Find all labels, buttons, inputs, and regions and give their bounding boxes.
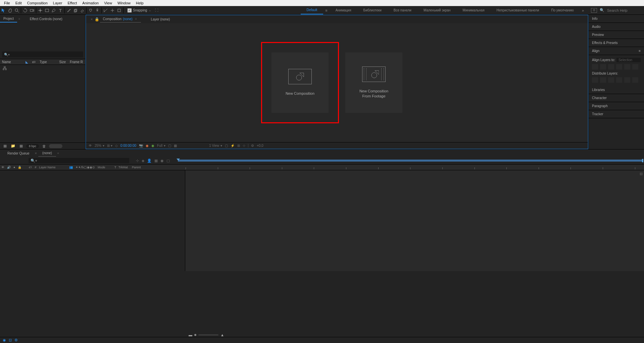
search-help-input[interactable]: [607, 8, 641, 12]
search-pill[interactable]: [49, 144, 62, 148]
trkmat-col[interactable]: TrkMat: [117, 166, 131, 169]
distribute-left-icon[interactable]: [616, 77, 622, 83]
new-composition-from-footage-button[interactable]: New Composition From Footage: [345, 52, 402, 113]
current-time-display[interactable]: 0:00:00:00: [120, 144, 136, 147]
snapshot-icon[interactable]: 📷: [139, 144, 143, 147]
timeline-none-tab[interactable]: (none): [38, 150, 56, 157]
zoom-slider-track[interactable]: [198, 334, 218, 336]
lock-col-icon[interactable]: 🔒: [16, 166, 23, 169]
lock-tab-icon[interactable]: 🔒: [95, 17, 99, 22]
delete-icon[interactable]: 🗑: [41, 143, 47, 149]
transparency-grid-icon[interactable]: ▦: [174, 144, 177, 147]
project-panel-menu-icon[interactable]: ≡: [17, 17, 21, 20]
menu-effect[interactable]: Effect: [65, 0, 80, 6]
snapping-checkbox[interactable]: ✓ Snapping ⫠ ⛶: [128, 8, 158, 12]
workspace-overflow-icon[interactable]: »: [580, 8, 586, 12]
character-panel-tab[interactable]: Character: [589, 94, 644, 102]
exposure-value[interactable]: +0,0: [257, 144, 263, 147]
align-target-dropdown[interactable]: Selection: [616, 58, 641, 62]
audio-panel-tab[interactable]: Audio: [589, 23, 644, 31]
workspace-all-panels[interactable]: Все панели: [388, 6, 417, 14]
anchor-tool-icon[interactable]: [37, 7, 44, 14]
col-label-icon[interactable]: ◣: [23, 60, 30, 64]
menu-layer[interactable]: Layer: [50, 0, 65, 6]
workspace-default[interactable]: Default: [301, 6, 324, 14]
workspace-animation[interactable]: Анимация: [330, 6, 357, 14]
project-flowchart-icon[interactable]: [0, 65, 85, 72]
view-axis-icon[interactable]: [116, 7, 122, 14]
workspace-undocked[interactable]: Непристыкованные панели: [491, 6, 545, 14]
tracker-panel-tab[interactable]: Tracker: [589, 110, 644, 118]
new-comp-icon[interactable]: ▦: [18, 143, 24, 149]
local-axis-icon[interactable]: [102, 7, 109, 14]
interpret-footage-icon[interactable]: ▦: [2, 143, 8, 149]
parent-col[interactable]: Parent: [131, 166, 147, 169]
fast-preview-icon[interactable]: ⚡: [231, 144, 235, 147]
close-timeline-tab-icon[interactable]: ×: [34, 151, 38, 155]
timeline-collapse-icon[interactable]: ⊟: [640, 172, 643, 176]
workspace-minimal[interactable]: Минимальная: [457, 6, 491, 14]
align-panel-tab[interactable]: Align ≡: [589, 47, 644, 55]
align-top-icon[interactable]: [616, 64, 622, 70]
effects-presets-panel-tab[interactable]: Effects & Presets: [589, 39, 644, 47]
label-col-icon[interactable]: 🏷: [28, 166, 33, 169]
work-area-bar[interactable]: [178, 160, 643, 162]
col-name[interactable]: Name: [0, 60, 23, 64]
menu-animation[interactable]: Animation: [80, 0, 101, 6]
resolution-dropdown[interactable]: Full ▾: [157, 144, 165, 147]
zoom-in-icon[interactable]: ▲: [220, 333, 224, 337]
distribute-hcenter-icon[interactable]: [624, 77, 630, 83]
color-management-icon[interactable]: ◉: [151, 144, 154, 147]
motion-blur-icon[interactable]: ◉: [160, 159, 164, 163]
menu-edit[interactable]: Edit: [13, 0, 24, 6]
exposure-reset-icon[interactable]: ⚙: [248, 144, 254, 147]
align-right-icon[interactable]: [608, 64, 614, 70]
puppet-tool-icon[interactable]: [94, 7, 101, 14]
composition-tab[interactable]: Composition (none) ≡: [100, 16, 141, 23]
new-folder-icon[interactable]: 📁: [10, 143, 16, 149]
menu-file[interactable]: File: [1, 0, 13, 6]
flowchart-icon[interactable]: ⊹: [243, 144, 245, 147]
sync-settings-icon[interactable]: ⊡: [591, 8, 597, 13]
layer-name-col[interactable]: Layer Name: [38, 166, 68, 169]
preview-panel-tab[interactable]: Preview: [589, 31, 644, 39]
solo-col-icon[interactable]: ●: [12, 166, 16, 169]
roi-icon[interactable]: ▢: [168, 144, 171, 147]
paragraph-panel-tab[interactable]: Paragraph: [589, 102, 644, 110]
timeline-search-input[interactable]: 🔍▾: [29, 158, 129, 163]
bpc-toggle[interactable]: 8 bpc: [26, 144, 39, 148]
col-size[interactable]: Size: [54, 60, 68, 64]
switches-col-icon[interactable]: ✦✦⁄fx▢◉◉⊙: [74, 166, 96, 169]
workspace-menu-icon[interactable]: ≡: [323, 8, 329, 12]
selection-tool-icon[interactable]: [0, 7, 7, 14]
layer-tab[interactable]: Layer (none): [148, 16, 173, 23]
align-bottom-icon[interactable]: [632, 64, 638, 70]
menu-window[interactable]: Window: [115, 0, 133, 6]
roto-tool-icon[interactable]: [87, 7, 94, 14]
rectangle-tool-icon[interactable]: [44, 7, 50, 14]
magnification-dropdown[interactable]: 25% ▾: [95, 144, 104, 147]
rotate-tool-icon[interactable]: [22, 7, 29, 14]
align-panel-menu-icon[interactable]: ≡: [639, 49, 641, 53]
mode-col[interactable]: Mode: [96, 166, 113, 169]
t-col[interactable]: T: [113, 166, 117, 169]
new-composition-button[interactable]: New Composition: [271, 52, 329, 113]
hand-tool-icon[interactable]: [7, 7, 13, 14]
zoom-out-icon[interactable]: ▬: [189, 333, 192, 337]
project-search-input[interactable]: 🔍▾: [2, 51, 83, 57]
draft3d-icon[interactable]: ◈: [142, 159, 144, 163]
shy-col-icon[interactable]: 👥: [68, 166, 74, 169]
workspace-default-ru[interactable]: По умолчанию: [545, 6, 580, 14]
distribute-bottom-icon[interactable]: [608, 77, 614, 83]
zoom-slider-handle[interactable]: [194, 334, 196, 336]
comp-mini-flowchart-icon[interactable]: ⊹: [136, 159, 139, 163]
effect-controls-tab[interactable]: Effect Controls (none): [27, 16, 66, 22]
render-queue-tab[interactable]: Render Queue: [3, 150, 34, 157]
distribute-vcenter-icon[interactable]: [600, 77, 606, 83]
work-area-end-handle[interactable]: [642, 159, 643, 162]
graph-editor-icon[interactable]: ▢: [166, 159, 170, 163]
index-col[interactable]: #: [33, 166, 38, 169]
status-render-icon[interactable]: ⚙: [14, 338, 18, 342]
project-tab[interactable]: Project: [0, 15, 17, 23]
snapping-options-icon[interactable]: ⫠: [148, 8, 152, 12]
